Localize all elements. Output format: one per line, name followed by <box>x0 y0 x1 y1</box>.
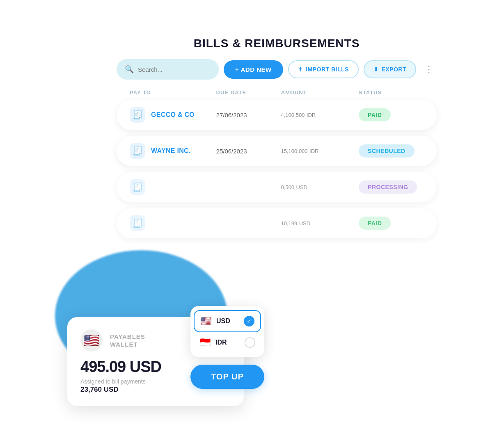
amount: 15,100,000 IDR <box>281 147 359 155</box>
wallet-label: PAYABLES WALLET <box>110 333 145 349</box>
import-bills-button[interactable]: ⬆ IMPORT BILLS <box>288 60 359 78</box>
row-company: 🧾 GECCO & CO <box>130 107 216 123</box>
page-title: BILLS & REIMBURSEMENTS <box>117 37 437 50</box>
status-badge: PAID <box>359 217 424 230</box>
due-date: 25/06/2023 <box>216 148 281 155</box>
more-options-button[interactable]: ⋮ <box>421 62 437 76</box>
topup-button[interactable]: TOP UP <box>190 365 264 389</box>
bill-icon: 🧾 <box>130 179 145 195</box>
toolbar: 🔍 + ADD NEW ⬆ IMPORT BILLS ⬇ EXPORT ⋮ <box>117 59 437 80</box>
col-amount: AMOUNT <box>281 89 359 96</box>
idr-code: IDR <box>215 339 227 346</box>
company-name: WAYNE INC. <box>151 147 191 155</box>
col-pay-to: PAY TO <box>130 89 216 96</box>
table-row[interactable]: 🧾 WAYNE INC. 25/06/2023 15,100,000 IDR S… <box>117 136 437 166</box>
add-new-button[interactable]: + ADD NEW <box>224 60 283 79</box>
search-input[interactable] <box>138 66 211 73</box>
amount: 0,500 USD <box>281 183 359 191</box>
company-name: GECCO & CO <box>151 111 195 119</box>
row-company: 🧾 <box>130 179 216 195</box>
check-icon: ✓ <box>244 316 254 327</box>
col-status: STATUS <box>359 89 424 96</box>
row-company: 🧾 <box>130 215 216 231</box>
amount: 10,199 USD <box>281 219 359 227</box>
export-button[interactable]: ⬇ EXPORT <box>364 60 416 78</box>
upload-icon: ⬆ <box>298 66 303 73</box>
currency-selector: 🇺🇸 USD ✓ 🇮🇩 IDR <box>190 306 264 357</box>
bill-icon: 🧾 <box>130 107 145 123</box>
idr-flag: 🇮🇩 <box>199 337 211 348</box>
bill-icon: 🧾 <box>130 215 145 231</box>
status-badge: SCHEDULED <box>359 144 424 158</box>
search-box: 🔍 <box>117 59 219 80</box>
table-row[interactable]: 🧾 GECCO & CO 27/06/2023 4,100,500 IDR PA… <box>117 100 437 130</box>
bill-icon: 🧾 <box>130 143 145 159</box>
search-icon: 🔍 <box>125 65 134 74</box>
currency-option-usd[interactable]: 🇺🇸 USD ✓ <box>194 310 261 332</box>
wallet-flag: 🇺🇸 <box>80 329 103 352</box>
col-due-date: DUE DATE <box>216 89 281 96</box>
usd-flag: 🇺🇸 <box>200 316 211 327</box>
table-row[interactable]: 🧾 0,500 USD PROCESSING <box>117 172 437 202</box>
row-company: 🧾 WAYNE INC. <box>130 143 216 159</box>
status-badge: PAID <box>359 108 424 121</box>
radio-empty-icon <box>245 337 255 348</box>
amount: 4,100,500 IDR <box>281 111 359 119</box>
due-date: 27/06/2023 <box>216 112 281 119</box>
table-header: PAY TO DUE DATE AMOUNT STATUS <box>117 89 437 100</box>
bills-panel: BILLS & REIMBURSEMENTS 🔍 + ADD NEW ⬆ IMP… <box>117 37 437 244</box>
download-icon: ⬇ <box>373 66 379 73</box>
currency-option-idr[interactable]: 🇮🇩 IDR <box>194 332 261 353</box>
status-badge: PROCESSING <box>359 180 424 194</box>
usd-code: USD <box>216 317 230 325</box>
table-row[interactable]: 🧾 10,199 USD PAID <box>117 208 437 238</box>
